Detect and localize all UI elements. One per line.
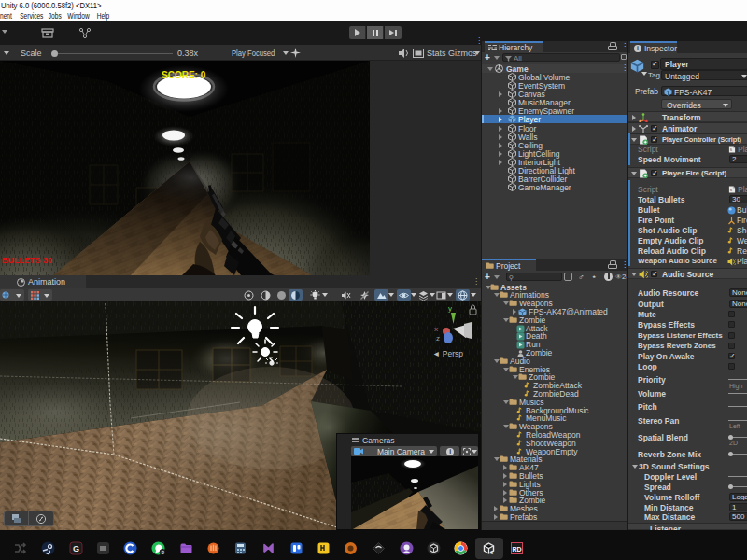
svg-text:x: x bbox=[434, 325, 438, 333]
svg-text:G: G bbox=[73, 544, 79, 553]
svg-text:z: z bbox=[436, 334, 440, 343]
svg-text:◄ Persp: ◄ Persp bbox=[432, 349, 463, 358]
svg-text:SCORE: 0: SCORE: 0 bbox=[162, 70, 206, 80]
svg-text:2: 2 bbox=[162, 550, 164, 555]
svg-text:RD: RD bbox=[513, 546, 522, 553]
svg-text:BULLETS 30: BULLETS 30 bbox=[2, 256, 52, 265]
svg-text:y: y bbox=[448, 304, 452, 313]
